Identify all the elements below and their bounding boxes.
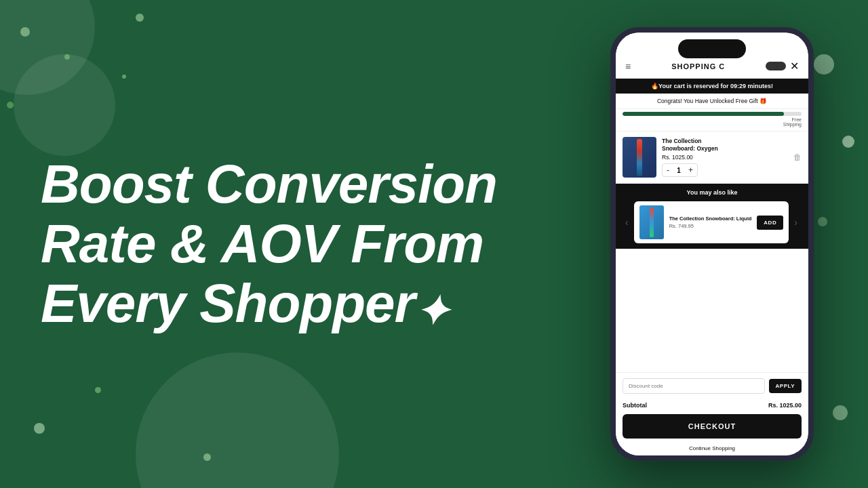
headline-line2: Rate & AOV From bbox=[41, 214, 497, 274]
continue-shopping-link[interactable]: Continue Shopping bbox=[616, 441, 808, 455]
checkout-button[interactable]: CHECKOUT bbox=[623, 414, 802, 439]
apply-discount-button[interactable]: APPLY bbox=[769, 379, 802, 393]
subtotal-row: Subtotal Rs. 1025.00 bbox=[616, 399, 808, 414]
rec-board-graphic bbox=[650, 207, 654, 237]
timer-banner: 🔥Your cart is reserved for 09:29 minutes… bbox=[616, 79, 808, 94]
rec-item-image bbox=[639, 205, 664, 239]
item-image bbox=[623, 137, 656, 178]
item-price: Rs. 1025.00 bbox=[662, 154, 788, 161]
cart-header-right: ✕ bbox=[766, 60, 799, 73]
progress-section: FreeShipping bbox=[616, 109, 808, 131]
qty-minus-button[interactable]: - bbox=[667, 165, 669, 175]
headline-section: Boost Conversion Rate & AOV From Every S… bbox=[41, 155, 497, 333]
phone-mockup: HYDR... Th...Ox... Rs... Qua... ≡ SHOPPI… bbox=[610, 27, 814, 461]
phone-notch bbox=[678, 39, 746, 58]
item-qty-control: - 1 + bbox=[662, 163, 698, 177]
headline-line3: Every Shopper✦ bbox=[41, 274, 497, 333]
progress-bar-background bbox=[623, 112, 802, 116]
item-name: The Collection Snowboard: Oxygen bbox=[662, 138, 788, 152]
progress-labels: FreeShipping bbox=[623, 117, 802, 127]
cart-title: SHOPPING C bbox=[671, 62, 725, 70]
discount-code-input[interactable] bbox=[623, 378, 765, 394]
cart-item: The Collection Snowboard: Oxygen Rs. 102… bbox=[616, 131, 808, 184]
cart-status-pill bbox=[766, 62, 786, 70]
delete-item-button[interactable]: 🗑 bbox=[793, 152, 802, 162]
rec-item-details: The Collection Snowboard: Liquid Rs. 749… bbox=[669, 216, 752, 230]
cart-spacer bbox=[616, 249, 808, 372]
hamburger-icon[interactable]: ≡ bbox=[625, 61, 631, 72]
rec-item-name: The Collection Snowboard: Liquid bbox=[669, 216, 752, 222]
rec-nav-right-button[interactable]: › bbox=[791, 217, 800, 228]
add-rec-item-button[interactable]: ADD bbox=[757, 216, 783, 230]
headline-line1: Boost Conversion bbox=[41, 155, 497, 214]
item-details: The Collection Snowboard: Oxygen Rs. 102… bbox=[662, 138, 788, 177]
rec-item: The Collection Snowboard: Liquid Rs. 749… bbox=[634, 201, 789, 243]
progress-bar-fill bbox=[623, 112, 784, 116]
close-button[interactable]: ✕ bbox=[790, 60, 799, 73]
subtotal-label: Subtotal bbox=[623, 402, 647, 409]
cart-panel: ≡ SHOPPING C ✕ 🔥Your cart is reserved fo… bbox=[616, 33, 808, 455]
phone-screen: HYDR... Th...Ox... Rs... Qua... ≡ SHOPPI… bbox=[616, 33, 808, 455]
promo-text: Congrats! You Have Unlocked Free Gift 🎁 bbox=[657, 98, 767, 104]
qty-plus-button[interactable]: + bbox=[688, 165, 693, 175]
headline-text: Boost Conversion Rate & AOV From Every S… bbox=[41, 155, 497, 333]
progress-label: FreeShipping bbox=[783, 117, 802, 127]
rec-item-price: Rs. 749.95 bbox=[669, 223, 752, 229]
rec-nav-left-button[interactable]: ‹ bbox=[623, 217, 631, 228]
recommendations-title: You may also like bbox=[623, 189, 802, 196]
recommendations-section: You may also like ‹ The Collection Snowb… bbox=[616, 184, 808, 249]
sparkle-icon: ✦ bbox=[415, 289, 448, 334]
discount-section: APPLY bbox=[616, 372, 808, 399]
promo-bar: Congrats! You Have Unlocked Free Gift 🎁 bbox=[616, 94, 808, 109]
subtotal-amount: Rs. 1025.00 bbox=[768, 402, 802, 409]
phone-frame: HYDR... Th...Ox... Rs... Qua... ≡ SHOPPI… bbox=[610, 27, 814, 461]
headline-line3-text: Every Shopper bbox=[41, 273, 415, 333]
rec-carousel: ‹ The Collection Snowboard: Liquid Rs. 7… bbox=[623, 201, 802, 243]
qty-value: 1 bbox=[675, 167, 683, 174]
snowboard-image-graphic bbox=[637, 139, 642, 176]
